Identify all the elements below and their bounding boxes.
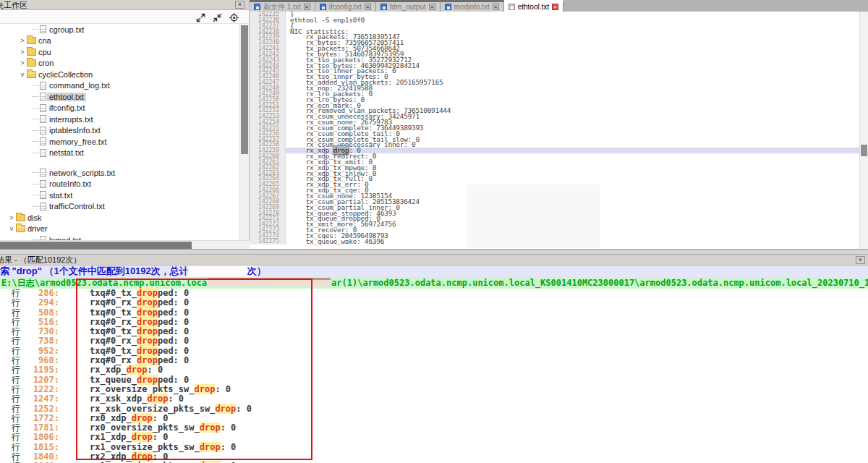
result-row[interactable]: 行1815:rx1_oversize_pkts_sw_drop: 0 (0, 443, 868, 452)
search-summary-line: 索 "drop" （1个文件中匹配到10192次，总计次） (0, 266, 868, 277)
tree-item-command_log.txt[interactable]: command_log.txt (0, 80, 240, 92)
tab-close-icon[interactable]: × (429, 4, 435, 10)
row-line-number: 294: (26, 298, 59, 307)
result-row[interactable]: 行1207:tx_queue_dropped: 0 (0, 375, 868, 385)
tree-vertical-scrollbar-thumb[interactable] (241, 25, 248, 154)
tree-item-trafficControl.txt[interactable]: trafficControl.txt (0, 201, 240, 213)
tree-item-ifconfig.txt[interactable]: ifconfig.txt (0, 103, 240, 114)
file-tree[interactable]: cgroup.txt>cna>cpu>cronvcyclicCollection… (0, 24, 240, 240)
workspace-close-icon[interactable]: × (235, 1, 244, 9)
result-file-path-line[interactable]: E:\日志\armod0523.odata.ncmp.unicom.locaar… (0, 277, 868, 289)
row-line-prefix: 行 (12, 336, 26, 346)
tab-新文件 1.txt[interactable]: 新文件 1.txt× (250, 0, 315, 12)
editor-vertical-scrollbar-thumb[interactable] (861, 145, 867, 156)
editor-vertical-scrollbar[interactable] (859, 12, 868, 249)
tree-item-memory_free.txt[interactable]: memory_free.txt (0, 136, 240, 148)
result-row[interactable]: 行1222:rx_oversize_pkts_sw_drop: 0 (0, 385, 868, 394)
row-match-text: rx_oversize_pkts_sw_drop: 0 (90, 385, 231, 394)
tab-close-icon[interactable]: × (552, 4, 558, 10)
path-redaction (208, 278, 331, 287)
tree-connector (32, 172, 39, 173)
match-highlight: drop (132, 432, 153, 442)
match-highlight: drop (137, 307, 158, 318)
row-line-number: 286: (26, 289, 59, 298)
locate-file-icon[interactable] (229, 12, 239, 22)
tree-item-netstat.txt[interactable]: netstat.txt (0, 148, 240, 159)
tree-item-cna[interactable]: >cna (0, 35, 240, 47)
result-row[interactable]: 行1806:rx1_xdp_drop: 0 (0, 433, 868, 442)
row-line-prefix: 行 (12, 308, 26, 318)
expand-all-icon[interactable] (196, 12, 205, 22)
row-line-prefix: 行 (12, 452, 26, 462)
tree-item-cgroup.txt[interactable]: cgroup.txt (0, 24, 240, 35)
tree-item-ethtool.txt[interactable]: ethtool.txt (0, 91, 240, 103)
tree-item-driver[interactable]: vdriver (0, 224, 240, 235)
expander-icon[interactable]: > (18, 59, 27, 67)
match-highlight: drop (195, 384, 216, 394)
tree-connector (32, 195, 39, 195)
tree-vertical-scrollbar[interactable] (239, 24, 249, 240)
tab-modinfo.txt[interactable]: modinfo.txt× (441, 0, 504, 12)
result-row[interactable]: 行1252:rx_xsk_oversize_pkts_sw_drop: 0 (0, 404, 868, 414)
result-row[interactable]: 行1195:rx_xdp_drop: 0 (0, 365, 868, 375)
result-row[interactable]: 行1772:rx0_xdp_drop: 0 (0, 414, 868, 423)
tab-fdm_output[interactable]: fdm_output× (376, 0, 441, 12)
match-highlight: drop (137, 288, 158, 298)
expander-icon[interactable]: > (7, 214, 16, 221)
row-line-number: 738: (26, 336, 59, 346)
result-row[interactable]: 行516:rxq#0_rx_dropped: 0 (0, 318, 868, 327)
row-line-prefix: 行 (12, 394, 26, 404)
row-match-text: rx0_oversize_pkts_sw_drop: 0 (90, 423, 236, 433)
tree-connector (32, 141, 39, 142)
results-close-icon[interactable]: × (856, 256, 865, 264)
result-row[interactable]: 行1247:rx_xsk_xdp_drop: 0 (0, 394, 868, 404)
tree-item-label: command_log.txt (47, 81, 112, 90)
expander-icon[interactable]: v (7, 225, 16, 232)
tab-close-icon[interactable]: × (365, 4, 371, 10)
tree-item-label: cpu (36, 48, 54, 56)
tab-close-icon[interactable]: × (304, 4, 310, 10)
result-row[interactable]: 行738:rxq#0_rx_dropped: 0 (0, 336, 868, 346)
result-row[interactable]: 行960:rxq#0_rx_dropped: 0 (0, 356, 868, 365)
expander-icon[interactable]: v (18, 71, 27, 78)
tab-label: 新文件 1.txt (263, 2, 301, 12)
result-row[interactable]: 行952:txq#0_tx_dropped: 0 (0, 347, 868, 356)
tree-connector (32, 29, 39, 30)
expander-icon[interactable]: > (18, 48, 27, 56)
tree-item-disk[interactable]: >disk (0, 212, 240, 224)
result-row[interactable]: 行286:txq#0_tx_dropped: 0 (0, 289, 868, 298)
row-match-text: txq#0_tx_dropped: 0 (90, 289, 189, 298)
result-row[interactable]: 行294:rxq#0_rx_dropped: 0 (0, 298, 868, 307)
tab-ethtool.txt[interactable]: ethtool.txt× (504, 0, 563, 12)
tree-item-cyclicCollection[interactable]: vcyclicCollection (0, 69, 240, 80)
tree-horizontal-scrollbar[interactable] (0, 240, 250, 249)
row-match-text: rxq#0_rx_dropped: 0 (90, 298, 189, 307)
result-row[interactable]: 行1781:rx0_oversize_pkts_sw_drop: 0 (0, 423, 868, 433)
result-list[interactable]: 行286:txq#0_tx_dropped: 0行294:rxq#0_rx_dr… (0, 289, 868, 463)
row-line-prefix: 行 (12, 327, 26, 336)
panel-splitter[interactable] (0, 249, 868, 255)
tree-item-label: network_scripts.txt (47, 169, 117, 177)
tree-item-network_scripts.txt[interactable]: network_scripts.txt (0, 167, 240, 179)
tree-item-cron[interactable]: >cron (0, 58, 240, 69)
tree-item-stat.txt[interactable]: stat.txt (0, 190, 240, 201)
folder-icon (16, 214, 25, 221)
tab-close-icon[interactable]: × (493, 4, 499, 10)
floppy-icon (254, 4, 260, 10)
tree-item-interrupts.txt[interactable]: interrupts.txt (0, 114, 240, 125)
result-row[interactable]: 行508:txq#0_tx_dropped: 0 (0, 308, 868, 318)
tab-label: ethtool.txt (518, 3, 549, 11)
tree-item-iptablesInfo.txt[interactable]: iptablesInfo.txt (0, 125, 240, 137)
tab-ifconfig.txt[interactable]: ifconfig.txt× (315, 0, 376, 12)
tree-item-lsmod.txt[interactable]: lsmod.txt (0, 234, 240, 240)
line-text: rx_xdp_tx_full: 0 (286, 176, 859, 182)
result-row[interactable]: 行730:txq#0_tx_dropped: 0 (0, 327, 868, 336)
tree-item-routeInfo.txt[interactable]: routeInfo.txt (0, 179, 240, 190)
result-row[interactable]: 行1840:rx2_xdp_drop: 0 (0, 452, 868, 462)
collapse-all-icon[interactable] (213, 12, 222, 22)
tree-horizontal-scrollbar-thumb[interactable] (0, 242, 192, 249)
tree-item-cpu[interactable]: >cpu (0, 46, 240, 58)
line-text: ethtool -S enp1s0f0 (286, 17, 859, 23)
row-line-prefix: 行 (12, 365, 26, 375)
expander-icon[interactable]: > (18, 37, 27, 44)
